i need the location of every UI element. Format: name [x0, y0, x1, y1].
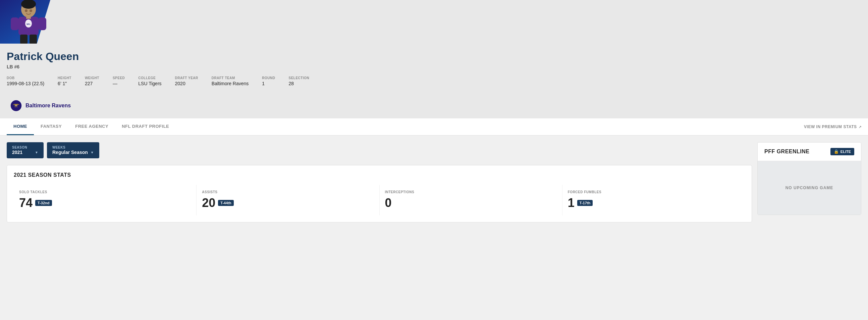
meta-height: HEIGHT 6' 1"	[58, 76, 71, 86]
meta-speed: SPEED —	[113, 76, 125, 86]
stats-section: 2021 SEASON STATS SOLO TACKLES74T-32ndAS…	[7, 165, 752, 222]
stats-grid: SOLO TACKLES74T-32ndASSISTS20T-44thINTER…	[14, 185, 745, 215]
stat-card: ASSISTS20T-44th	[196, 185, 379, 215]
external-link-icon: ↗	[859, 125, 862, 129]
meta-college-value: LSU Tigers	[138, 81, 161, 86]
svg-rect-5	[11, 18, 19, 30]
meta-weight: WEIGHT 227	[85, 76, 99, 86]
meta-selection-label: SELECTION	[288, 76, 309, 80]
meta-draft-year-label: DRAFT YEAR	[175, 76, 198, 80]
stat-value-row: 74T-32nd	[19, 196, 191, 210]
stat-value-row: 1T-17th	[568, 196, 740, 210]
meta-college-label: COLLEGE	[138, 76, 161, 80]
stat-label: FORCED FUMBLES	[568, 190, 740, 194]
player-info: Patrick Queen LB #6 DOB 1999-08-13 (22.5…	[0, 43, 868, 93]
meta-dob-label: DOB	[7, 76, 44, 80]
rank-badge: T-32nd	[35, 200, 52, 206]
meta-draft-team: DRAFT TEAM Baltimore Ravens	[212, 76, 249, 86]
svg-text:NFL: NFL	[27, 23, 31, 25]
stat-card: FORCED FUMBLES1T-17th	[562, 185, 745, 215]
meta-selection-value: 28	[288, 81, 309, 86]
filters-row: SEASON 2021 ▼ WEEKS Regular Season ▼	[7, 142, 752, 158]
svg-point-11	[30, 9, 32, 12]
weeks-dropdown-arrow: ▼	[91, 151, 94, 154]
stat-value-row: 20T-44th	[202, 196, 374, 210]
meta-speed-label: SPEED	[113, 76, 125, 80]
meta-dob-value: 1999-08-13 (22.5)	[7, 81, 44, 86]
meta-weight-label: WEIGHT	[85, 76, 99, 80]
no-game-text: NO UPCOMING GAME	[785, 186, 833, 190]
meta-round-label: ROUND	[262, 76, 275, 80]
weeks-dropdown[interactable]: WEEKS Regular Season ▼	[47, 142, 99, 158]
player-image: NFL	[0, 0, 57, 43]
stat-label: ASSISTS	[202, 190, 374, 194]
stat-value: 20	[202, 196, 215, 210]
meta-height-label: HEIGHT	[58, 76, 71, 80]
team-logo-area: R R Baltimore Ravens	[0, 93, 868, 119]
greenline-body: NO UPCOMING GAME	[758, 161, 861, 215]
main-content: SEASON 2021 ▼ WEEKS Regular Season ▼ 202…	[0, 135, 868, 229]
meta-draft-team-label: DRAFT TEAM	[212, 76, 249, 80]
svg-rect-8	[20, 35, 28, 43]
nav-tabs: HOME FANTASY FREE AGENCY NFL DRAFT PROFI…	[7, 119, 176, 135]
tab-fantasy[interactable]: FANTASY	[34, 119, 68, 135]
svg-rect-7	[26, 15, 31, 19]
meta-dob: DOB 1999-08-13 (22.5)	[7, 76, 44, 86]
player-meta: DOB 1999-08-13 (22.5) HEIGHT 6' 1" WEIGH…	[7, 76, 858, 86]
team-name: Baltimore Ravens	[26, 103, 71, 109]
tab-nfl-draft-profile[interactable]: NFL DRAFT PROFILE	[115, 119, 176, 135]
player-photo-area: NFL	[0, 0, 60, 43]
player-name: Patrick Queen	[7, 50, 858, 63]
nav-bar: HOME FANTASY FREE AGENCY NFL DRAFT PROFI…	[0, 119, 868, 135]
tab-home[interactable]: HOME	[7, 119, 34, 135]
player-header: NFL Patrick Queen LB #6 DOB 1999-08-13 (…	[0, 0, 868, 119]
player-position: LB #6	[7, 64, 858, 69]
ravens-logo-icon: R R	[10, 100, 22, 112]
meta-draft-year: DRAFT YEAR 2020	[175, 76, 198, 86]
season-dropdown-arrow: ▼	[35, 151, 38, 154]
meta-college: COLLEGE LSU Tigers	[138, 76, 161, 86]
svg-rect-6	[38, 18, 46, 30]
meta-selection: SELECTION 28	[288, 76, 309, 86]
stat-value: 1	[568, 196, 575, 210]
lock-icon: 🔒	[834, 149, 839, 154]
greenline-title: PFF GREENLINE	[764, 149, 810, 155]
meta-height-value: 6' 1"	[58, 81, 71, 86]
meta-round: ROUND 1	[262, 76, 275, 86]
stat-value: 74	[19, 196, 33, 210]
meta-draft-year-value: 2020	[175, 81, 198, 86]
greenline-panel: PFF GREENLINE 🔒 ELITE NO UPCOMING GAME	[757, 142, 861, 215]
right-panel: PFF GREENLINE 🔒 ELITE NO UPCOMING GAME	[757, 142, 861, 222]
svg-point-10	[25, 9, 28, 12]
meta-speed-value: —	[113, 81, 125, 86]
tab-free-agency[interactable]: FREE AGENCY	[68, 119, 115, 135]
stat-value: 0	[385, 196, 392, 210]
rank-badge: T-17th	[577, 200, 593, 206]
stat-label: INTERCEPTIONS	[385, 190, 557, 194]
season-dropdown[interactable]: SEASON 2021 ▼	[7, 142, 43, 158]
stat-card: SOLO TACKLES74T-32nd	[14, 185, 196, 215]
meta-weight-value: 227	[85, 81, 99, 86]
stat-value-row: 0	[385, 196, 557, 210]
meta-draft-team-value: Baltimore Ravens	[212, 81, 249, 86]
premium-stats-link[interactable]: VIEW IN PREMIUM STATS ↗	[804, 124, 861, 129]
svg-rect-9	[30, 35, 37, 43]
stats-section-title: 2021 SEASON STATS	[14, 172, 745, 178]
stat-card: INTERCEPTIONS0	[380, 185, 562, 215]
greenline-header: PFF GREENLINE 🔒 ELITE	[758, 142, 861, 161]
stat-label: SOLO TACKLES	[19, 190, 191, 194]
meta-round-value: 1	[262, 81, 275, 86]
left-panel: SEASON 2021 ▼ WEEKS Regular Season ▼ 202…	[7, 142, 752, 222]
elite-badge: 🔒 ELITE	[831, 148, 854, 155]
rank-badge: T-44th	[218, 200, 234, 206]
